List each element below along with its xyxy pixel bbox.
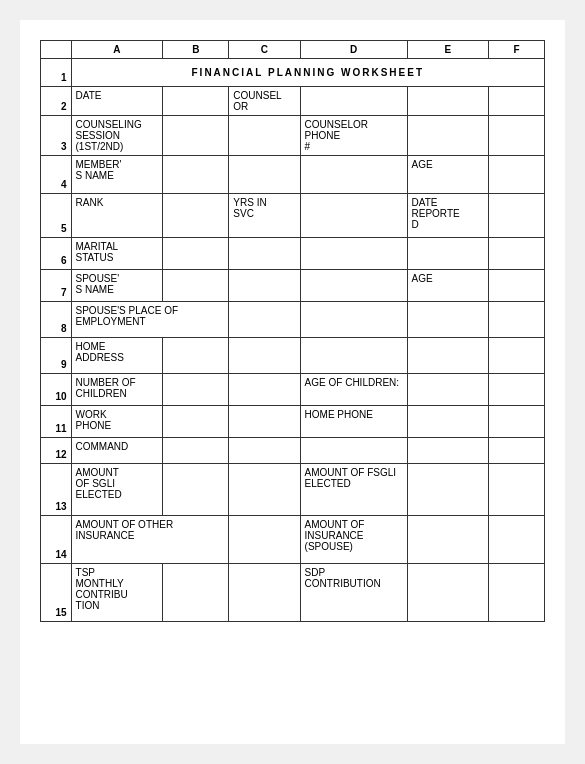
cell-10c [229, 374, 300, 406]
cell-9d [300, 338, 407, 374]
row-num-2: 2 [41, 87, 72, 116]
row-num-5: 5 [41, 194, 72, 238]
cell-11b [163, 406, 229, 438]
cell-13e [407, 464, 488, 516]
cell-15c [229, 564, 300, 622]
cell-2c: COUNSEL OR [229, 87, 300, 116]
worksheet-table: A B C D E F 1 FINANCIAL PLANNING WORKSHE… [40, 40, 545, 622]
cell-10b [163, 374, 229, 406]
cell-13a: AMOUNT OF SGLI ELECTED [71, 464, 163, 516]
cell-10a: NUMBER OF CHILDREN [71, 374, 163, 406]
cell-4c [229, 156, 300, 194]
cell-11e [407, 406, 488, 438]
cell-11c [229, 406, 300, 438]
cell-12c [229, 438, 300, 464]
row-num-14: 14 [41, 516, 72, 564]
cell-7b [163, 270, 229, 302]
table-row: 5 RANK YRS IN SVC DATE REPORTE D [41, 194, 545, 238]
table-row: 10 NUMBER OF CHILDREN AGE OF CHILDREN: [41, 374, 545, 406]
row-num-13: 13 [41, 464, 72, 516]
cell-5a: RANK [71, 194, 163, 238]
table-row: 15 TSP MONTHLY CONTRIBU TION SDP CONTRIB… [41, 564, 545, 622]
table-row: 14 AMOUNT OF OTHER INSURANCE AMOUNT OF I… [41, 516, 545, 564]
cell-7e: AGE [407, 270, 488, 302]
cell-3f [488, 116, 544, 156]
table-row: 6 MARITAL STATUS [41, 238, 545, 270]
cell-3c [229, 116, 300, 156]
cell-8d [300, 302, 407, 338]
cell-11a: WORK PHONE [71, 406, 163, 438]
cell-4a: MEMBER' S NAME [71, 156, 163, 194]
cell-14c [229, 516, 300, 564]
row-num-10: 10 [41, 374, 72, 406]
cell-12b [163, 438, 229, 464]
cell-12a: COMMAND [71, 438, 163, 464]
cell-14ab: AMOUNT OF OTHER INSURANCE [71, 516, 229, 564]
cell-9b [163, 338, 229, 374]
cell-11d: HOME PHONE [300, 406, 407, 438]
cell-7a: SPOUSE' S NAME [71, 270, 163, 302]
row-num-9: 9 [41, 338, 72, 374]
cell-2d [300, 87, 407, 116]
row-num-7: 7 [41, 270, 72, 302]
cell-7c [229, 270, 300, 302]
cell-14f [488, 516, 544, 564]
table-row: 12 COMMAND [41, 438, 545, 464]
cell-8c [229, 302, 300, 338]
cell-9e [407, 338, 488, 374]
cell-15b [163, 564, 229, 622]
cell-8e [407, 302, 488, 338]
col-header-c: C [229, 41, 300, 59]
col-header-a: A [71, 41, 163, 59]
cell-15e [407, 564, 488, 622]
cell-9f [488, 338, 544, 374]
col-header-f: F [488, 41, 544, 59]
table-row: 4 MEMBER' S NAME AGE [41, 156, 545, 194]
cell-5f [488, 194, 544, 238]
table-row: 3 COUNSELING SESSION (1ST/2ND) COUNSELOR… [41, 116, 545, 156]
table-row: 7 SPOUSE' S NAME AGE [41, 270, 545, 302]
cell-2e [407, 87, 488, 116]
cell-4d [300, 156, 407, 194]
cell-5e: DATE REPORTE D [407, 194, 488, 238]
cell-6a: MARITAL STATUS [71, 238, 163, 270]
column-header-row: A B C D E F [41, 41, 545, 59]
cell-10f [488, 374, 544, 406]
cell-11f [488, 406, 544, 438]
cell-7f [488, 270, 544, 302]
cell-13d: AMOUNT OF FSGLI ELECTED [300, 464, 407, 516]
cell-10d: AGE OF CHILDREN: [300, 374, 407, 406]
cell-6c [229, 238, 300, 270]
cell-13b [163, 464, 229, 516]
table-row: 8 SPOUSE'S PLACE OF EMPLOYMENT [41, 302, 545, 338]
row-num-6: 6 [41, 238, 72, 270]
cell-6d [300, 238, 407, 270]
table-row: 1 FINANCIAL PLANNING WORKSHEET [41, 59, 545, 87]
cell-15f [488, 564, 544, 622]
cell-6e [407, 238, 488, 270]
cell-13c [229, 464, 300, 516]
row-num-4: 4 [41, 156, 72, 194]
cell-8f [488, 302, 544, 338]
cell-15a: TSP MONTHLY CONTRIBU TION [71, 564, 163, 622]
table-row: 11 WORK PHONE HOME PHONE [41, 406, 545, 438]
row-num-11: 11 [41, 406, 72, 438]
row-num-1: 1 [41, 59, 72, 87]
cell-9a: HOME ADDRESS [71, 338, 163, 374]
cell-5c: YRS IN SVC [229, 194, 300, 238]
worksheet-container: A B C D E F 1 FINANCIAL PLANNING WORKSHE… [20, 20, 565, 744]
cell-13f [488, 464, 544, 516]
cell-3b [163, 116, 229, 156]
cell-4e: AGE [407, 156, 488, 194]
col-header-blank [41, 41, 72, 59]
cell-2f [488, 87, 544, 116]
cell-8ab: SPOUSE'S PLACE OF EMPLOYMENT [71, 302, 229, 338]
cell-3d: COUNSELOR PHONE # [300, 116, 407, 156]
col-header-e: E [407, 41, 488, 59]
cell-12f [488, 438, 544, 464]
cell-6b [163, 238, 229, 270]
table-row: 2 DATE COUNSEL OR [41, 87, 545, 116]
table-row: 13 AMOUNT OF SGLI ELECTED AMOUNT OF FSGL… [41, 464, 545, 516]
cell-7d [300, 270, 407, 302]
cell-4b [163, 156, 229, 194]
